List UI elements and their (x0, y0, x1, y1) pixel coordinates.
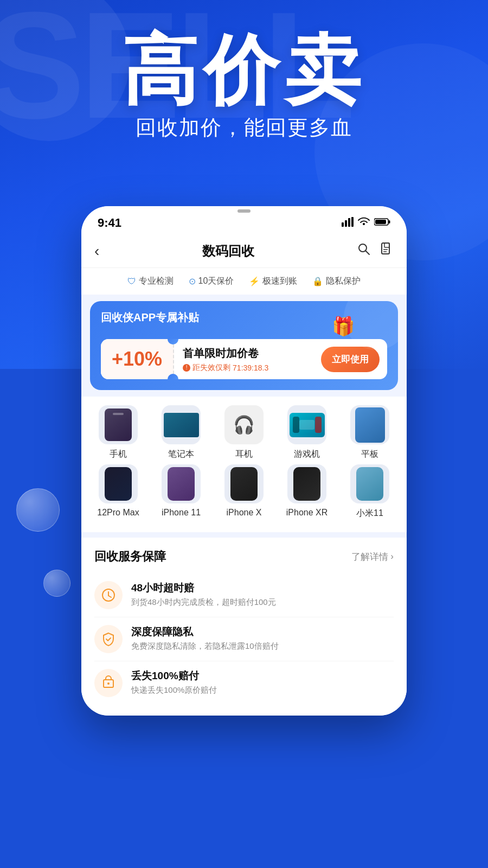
nav-title: 数码回收 (202, 242, 254, 260)
use-coupon-button[interactable]: 立即使用 (321, 347, 380, 372)
coupon-percent: +10% (112, 348, 162, 370)
lightning-icon: ⚡ (249, 276, 260, 286)
category-game[interactable]: 游戏机 (280, 405, 334, 460)
svg-rect-0 (342, 222, 344, 227)
bubble-decoration (16, 488, 60, 532)
feature-tag-privacy: 🔒 隐私保护 (312, 276, 361, 287)
category-img-earbuds: 🎧 (224, 405, 264, 444)
iphone12pro-icon (105, 467, 132, 501)
battery-icon (374, 218, 390, 228)
service-icon-privacy (94, 625, 123, 653)
tablet-icon (355, 407, 385, 443)
svg-point-17 (107, 682, 110, 685)
nav-icons (357, 242, 394, 260)
category-phone[interactable]: 手机 (91, 405, 145, 460)
nav-bar: ‹ 数码回收 (81, 234, 407, 268)
svg-rect-9 (382, 243, 389, 254)
service-section: 回收服务保障 了解详情 › 48小时超时赔 到货48小时内完成质检，超时赔付10… (81, 538, 407, 716)
gift-icon: 🎁 (332, 315, 355, 337)
wifi-icon (358, 217, 370, 229)
coupon-name: 首单限时加价卷 (183, 346, 305, 361)
category-label-12promax: 12Pro Max (97, 508, 139, 518)
svg-line-8 (365, 251, 369, 255)
svg-rect-1 (345, 220, 347, 227)
status-time: 9:41 (98, 216, 121, 230)
signal-icon (342, 217, 354, 229)
hero-section: 高价卖 回收加价，能回更多血 (0, 0, 488, 142)
category-iphonex[interactable]: iPhone X (217, 464, 271, 519)
service-item-1: 48小时超时赔 到货48小时内完成质检，超时赔付100元 (94, 573, 394, 617)
feature-tag-label: 专业检测 (139, 276, 174, 287)
service-name-3: 丢失100%赔付 (131, 669, 217, 683)
service-more-link[interactable]: 了解详情 › (351, 551, 394, 563)
category-laptop[interactable]: 笔记本 (154, 405, 208, 460)
coupon-banner: 回收侠APP专属补贴 🎁 +10% 首单限时加价卷 ! 距失效仅剩 71:39:… (90, 301, 398, 390)
iphone11-icon (168, 467, 195, 501)
service-desc-3: 快递丢失100%原价赔付 (131, 685, 217, 695)
chevron-right-icon: › (390, 551, 394, 562)
earbuds-icon: 🎧 (233, 414, 255, 435)
back-button[interactable]: ‹ (94, 242, 99, 260)
service-item-3: 丢失100%赔付 快递丢失100%原价赔付 (94, 661, 394, 705)
category-img-iphonex (224, 464, 264, 503)
coupon-timer: ! 距失效仅剩 71:39:18.3 (183, 363, 305, 373)
mi11-icon (356, 467, 383, 501)
category-label-laptop: 笔记本 (168, 449, 194, 460)
hero-subtitle: 回收加价，能回更多血 (0, 114, 488, 142)
feature-tag-fast: ⚡ 极速到账 (249, 276, 297, 287)
shield-icon: 🛡 (127, 277, 136, 286)
category-12promax[interactable]: 12Pro Max (91, 464, 145, 519)
category-img-mi11 (350, 464, 389, 503)
category-label-earbuds: 耳机 (235, 449, 253, 460)
search-button[interactable] (357, 242, 371, 260)
category-label-iphone11: iPhone 11 (162, 508, 201, 518)
svg-rect-6 (375, 220, 386, 224)
status-icons (342, 217, 390, 229)
category-earbuds[interactable]: 🎧 耳机 (217, 405, 271, 460)
lock-icon: 🔒 (312, 276, 323, 286)
category-label-game: 游戏机 (294, 449, 320, 460)
service-info-2: 深度保障隐私 免费深度隐私清除，若隐私泄露10倍赔付 (131, 625, 279, 652)
category-img-laptop (162, 405, 201, 444)
category-label-tablet: 平板 (361, 449, 378, 460)
svg-rect-3 (351, 217, 354, 227)
service-item-2: 深度保障隐私 免费深度隐私清除，若隐私泄露10倍赔付 (94, 617, 394, 661)
service-name-1: 48小时超时赔 (131, 581, 276, 595)
category-img-12promax (99, 464, 138, 503)
service-info-1: 48小时超时赔 到货48小时内完成质检，超时赔付100元 (131, 581, 276, 608)
document-button[interactable] (380, 242, 394, 260)
category-mi11[interactable]: 小米11 (343, 464, 397, 519)
category-row-2: 12Pro Max iPhone 11 iPhone X iPhone XR (87, 464, 401, 519)
feature-tag-inspect: 🛡 专业检测 (127, 276, 174, 287)
category-img-game (287, 405, 326, 444)
feature-tags: 🛡 专业检测 ⊙ 10天保价 ⚡ 极速到账 🔒 隐私保护 (81, 268, 407, 295)
service-info-3: 丢失100%赔付 快递丢失100%原价赔付 (131, 669, 217, 695)
category-tablet[interactable]: 平板 (343, 405, 397, 460)
timer-value: 71:39:18.3 (233, 363, 268, 372)
category-section: 手机 笔记本 🎧 耳机 (81, 397, 407, 532)
category-label-iphonex: iPhone X (227, 508, 262, 518)
svg-rect-2 (348, 218, 350, 227)
phone-mockup: 9:41 ‹ 数码回收 🛡 专业检测 (81, 206, 407, 716)
category-row-1: 手机 笔记本 🎧 耳机 (87, 405, 401, 460)
coupon-card: +10% 首单限时加价卷 ! 距失效仅剩 71:39:18.3 立即使用 (101, 339, 387, 379)
category-img-iphonexr (287, 464, 326, 503)
coupon-right: 首单限时加价卷 ! 距失效仅剩 71:39:18.3 (174, 340, 313, 379)
feature-tag-price: ⊙ 10天保价 (189, 276, 234, 287)
svg-rect-10 (384, 243, 389, 247)
feature-tag-label: 极速到账 (262, 276, 297, 287)
coupon-left: +10% (101, 339, 174, 379)
category-img-iphone11 (162, 464, 201, 503)
hero-main-title: 高价卖 (0, 33, 488, 108)
feature-tag-label: 隐私保护 (326, 276, 361, 287)
category-iphonexr[interactable]: iPhone XR (280, 464, 334, 519)
svg-line-15 (108, 596, 111, 597)
switch-icon (290, 413, 325, 437)
service-desc-1: 到货48小时内完成质检，超时赔付100元 (131, 597, 276, 608)
bubble-decoration (43, 570, 70, 597)
category-iphone11[interactable]: iPhone 11 (154, 464, 208, 519)
svg-rect-5 (389, 220, 390, 224)
laptop-icon (164, 413, 199, 437)
category-label-iphonexr: iPhone XR (286, 508, 328, 518)
iphonex-icon (230, 467, 258, 501)
